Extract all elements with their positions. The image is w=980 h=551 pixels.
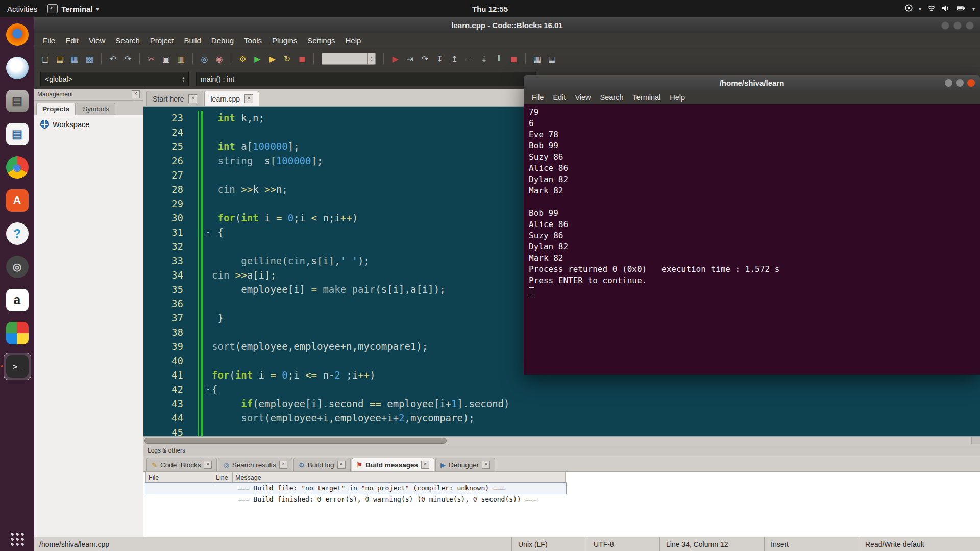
function-combobox[interactable]: main() : int ▴▾ bbox=[196, 72, 536, 86]
codeblocks-titlebar[interactable]: learn.cpp - Code::Blocks 16.01 bbox=[34, 17, 980, 33]
menu-build[interactable]: Build bbox=[180, 35, 206, 46]
tab-close-icon[interactable]: × bbox=[204, 461, 212, 469]
tab-close-icon[interactable]: × bbox=[279, 461, 287, 469]
workspace-item[interactable]: Workspace bbox=[40, 120, 137, 129]
menu-tools[interactable]: Tools bbox=[239, 35, 266, 46]
close-button[interactable] bbox=[966, 21, 974, 30]
run-to-cursor-button[interactable]: ⇥ bbox=[403, 52, 417, 66]
dock-item-chrome[interactable]: ◉ bbox=[4, 154, 31, 181]
menu-edit[interactable]: Edit bbox=[61, 35, 83, 46]
terminal-window[interactable]: /home/shiva/learn FileEditViewSearchTerm… bbox=[524, 75, 980, 375]
menu-view[interactable]: View bbox=[84, 35, 110, 46]
column-line[interactable]: Line bbox=[213, 472, 233, 482]
system-tray[interactable]: ▾ ▾ bbox=[904, 4, 975, 14]
dock-item-amazon[interactable]: a bbox=[4, 287, 31, 313]
editor-tab-start-here[interactable]: Start here× bbox=[146, 91, 203, 106]
save-all-files-button[interactable]: ▩ bbox=[83, 52, 96, 66]
tab-close-icon[interactable]: × bbox=[188, 94, 197, 103]
logs-tab-debugger[interactable]: ▶Debugger× bbox=[435, 458, 495, 471]
open-file-button[interactable]: ▤ bbox=[53, 52, 67, 66]
copy-button[interactable]: ▣ bbox=[159, 52, 173, 66]
build-button[interactable]: ⚙ bbox=[236, 52, 250, 66]
step-out-button[interactable]: ↥ bbox=[448, 52, 461, 66]
undo-button[interactable]: ↶ bbox=[106, 52, 120, 66]
management-tab-projects[interactable]: Projects bbox=[36, 103, 76, 115]
logs-row[interactable]: === Build file: "no target" in "no proje… bbox=[145, 483, 566, 494]
logs-tab-build-log[interactable]: ⚙Build log× bbox=[293, 458, 350, 471]
menu-file[interactable]: File bbox=[38, 35, 60, 46]
abort-build-button[interactable]: ◼ bbox=[295, 52, 309, 66]
rebuild-button[interactable]: ↻ bbox=[280, 52, 294, 66]
system-status-icon[interactable] bbox=[904, 4, 913, 14]
terminal-output[interactable]: 796Eve 78Bob 99Suzy 86Alice 86Dylan 82Ma… bbox=[524, 104, 980, 375]
step-into-button[interactable]: ↧ bbox=[433, 52, 447, 66]
clock[interactable]: Thu 12:55 bbox=[472, 5, 508, 13]
maximize-button[interactable] bbox=[953, 21, 962, 30]
management-tab-symbols[interactable]: Symbols bbox=[77, 103, 115, 115]
table-header[interactable]: File Line Message bbox=[145, 472, 566, 483]
stop-debugger-button[interactable]: ◼ bbox=[507, 52, 521, 66]
dock-item-help[interactable]: ? bbox=[4, 220, 31, 247]
wifi-icon[interactable] bbox=[927, 5, 936, 13]
dock-item-libreoffice-writer[interactable]: ▤ bbox=[4, 121, 31, 147]
show-applications-button[interactable] bbox=[0, 532, 34, 547]
column-message[interactable]: Message bbox=[233, 472, 566, 482]
combo-spinner[interactable]: ▴▾ bbox=[178, 76, 184, 83]
logs-tab-build-messages[interactable]: ⚑Build messages× bbox=[352, 458, 434, 471]
projects-tree[interactable]: Workspace bbox=[34, 115, 143, 537]
terminal-minimize-button[interactable] bbox=[945, 79, 952, 87]
combo-spinner[interactable]: ▴▾ bbox=[368, 53, 375, 64]
menu-help[interactable]: Help bbox=[341, 35, 366, 46]
scope-combobox[interactable]: <global> ▴▾ bbox=[40, 72, 189, 86]
battery-icon[interactable] bbox=[955, 5, 967, 13]
minimize-button[interactable] bbox=[941, 21, 949, 30]
debugging-windows-button[interactable]: ▦ bbox=[530, 52, 544, 66]
next-instruction-button[interactable]: → bbox=[462, 52, 476, 66]
activities-button[interactable]: Activities bbox=[7, 5, 37, 13]
scrollbar-thumb[interactable] bbox=[144, 438, 447, 444]
volume-icon[interactable] bbox=[942, 5, 950, 13]
dock-item-ubuntu-software[interactable]: A bbox=[4, 187, 31, 214]
terminal-menu-help[interactable]: Help bbox=[666, 92, 689, 103]
tab-close-icon[interactable]: × bbox=[244, 94, 253, 103]
debug-run-button[interactable]: ▶ bbox=[388, 52, 402, 66]
dock-item-thunderbird[interactable] bbox=[4, 55, 31, 81]
terminal-menu-view[interactable]: View bbox=[571, 92, 595, 103]
find-button[interactable]: ◎ bbox=[198, 52, 211, 66]
replace-button[interactable]: ◉ bbox=[212, 52, 226, 66]
editor-tab-learn-cpp[interactable]: learn.cpp× bbox=[204, 91, 259, 106]
run-button[interactable]: ▶ bbox=[251, 52, 264, 66]
break-debugger-button[interactable]: ‖ bbox=[492, 52, 506, 66]
column-file[interactable]: File bbox=[146, 472, 213, 482]
menu-search[interactable]: Search bbox=[111, 35, 144, 46]
menu-debug[interactable]: Debug bbox=[207, 35, 238, 46]
horizontal-scrollbar[interactable] bbox=[143, 436, 980, 445]
menu-settings[interactable]: Settings bbox=[303, 35, 339, 46]
save-file-button[interactable]: ▦ bbox=[68, 52, 82, 66]
tab-close-icon[interactable]: × bbox=[421, 461, 429, 469]
logs-tab-code-blocks[interactable]: ✎Code::Blocks× bbox=[146, 458, 217, 471]
compiler-target-combo[interactable]: ▴▾ bbox=[322, 53, 376, 65]
menu-project[interactable]: Project bbox=[145, 35, 179, 46]
menu-plugins[interactable]: Plugins bbox=[267, 35, 302, 46]
terminal-menu-file[interactable]: File bbox=[528, 92, 548, 103]
terminal-menu-search[interactable]: Search bbox=[596, 92, 628, 103]
fold-marker-icon[interactable]: - bbox=[205, 229, 211, 235]
terminal-titlebar[interactable]: /home/shiva/learn bbox=[524, 75, 980, 90]
dock-item-screenshot-tool[interactable]: ◎ bbox=[4, 254, 31, 280]
app-menu[interactable]: >_ Terminal ▾ bbox=[47, 4, 99, 13]
dock-item-media-app[interactable] bbox=[4, 320, 31, 346]
dock-item-terminal[interactable]: >_ bbox=[4, 353, 31, 380]
terminal-maximize-button[interactable] bbox=[956, 79, 964, 87]
step-into-instruction-button[interactable]: ⇣ bbox=[477, 52, 491, 66]
terminal-close-button[interactable] bbox=[967, 79, 975, 87]
logs-tab-search-results[interactable]: ◎Search results× bbox=[218, 458, 292, 471]
paste-button[interactable]: ▥ bbox=[174, 52, 188, 66]
dock-item-firefox[interactable] bbox=[4, 21, 31, 48]
tab-close-icon[interactable]: × bbox=[482, 461, 490, 469]
new-file-button[interactable]: ▢ bbox=[38, 52, 52, 66]
fold-marker-icon[interactable]: - bbox=[205, 386, 211, 392]
terminal-menu-terminal[interactable]: Terminal bbox=[629, 92, 665, 103]
terminal-menu-edit[interactable]: Edit bbox=[549, 92, 570, 103]
logs-row[interactable]: === Build finished: 0 error(s), 0 warnin… bbox=[145, 494, 566, 505]
